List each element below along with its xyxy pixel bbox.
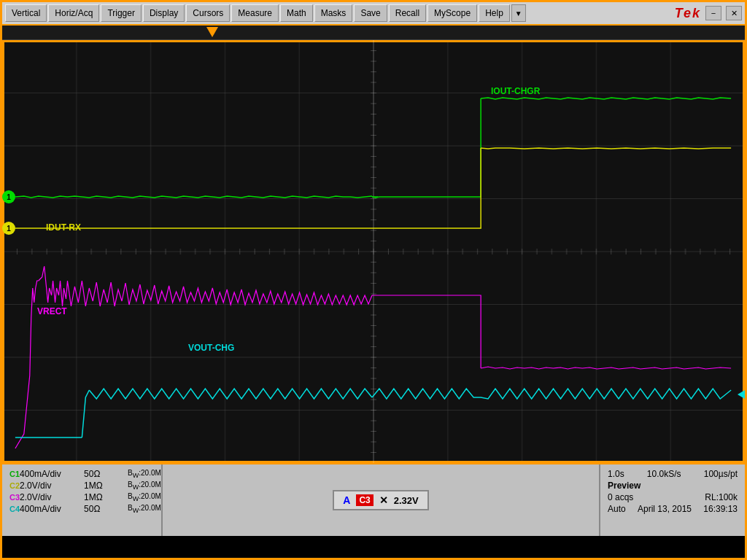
trigger-level: 2.32V [394, 495, 419, 506]
menu-arrow[interactable]: ▼ [511, 4, 526, 22]
myscope-button[interactable]: MyScope [427, 4, 477, 22]
vertical-button[interactable]: Vertical [5, 4, 47, 22]
trigger-display: A C3 ✕ 2.32V [333, 490, 428, 510]
waveform-svg [2, 40, 745, 463]
ch2-resistance: 1MΩ [84, 481, 128, 491]
status-bar: C1 400mA/div 50Ω BW:20.0M C2 2.0V/div 1M… [2, 463, 745, 536]
ch4-scale: 400mA/div [20, 504, 78, 514]
ch1-marker[interactable]: 1 [2, 190, 15, 203]
toolbar: Vertical Horiz/Acq Trigger Display Curso… [2, 2, 745, 26]
ch1-marker-label: 1 [7, 193, 11, 201]
time-div: 1.0s [608, 469, 624, 479]
ch3-label: C3 [9, 493, 20, 502]
center-status: A C3 ✕ 2.32V [163, 464, 599, 536]
trigger-button[interactable]: Trigger [101, 4, 142, 22]
tek-logo: Tek [675, 6, 701, 21]
ch1-scale: 400mA/div [20, 469, 78, 479]
ch4-resistance: 50Ω [84, 504, 128, 514]
display-button[interactable]: Display [143, 4, 185, 22]
measure-button[interactable]: Measure [231, 4, 279, 22]
ch1-resistance: 50Ω [84, 469, 128, 479]
recall-button[interactable]: Recall [389, 4, 426, 22]
ch1-bw: BW:20.0M [128, 469, 161, 479]
ch3-bw: BW:20.0M [128, 492, 161, 502]
help-button[interactable]: Help [479, 4, 510, 22]
acq-mode: Preview [608, 481, 640, 491]
scope-screen: 1 1 IOUT-CHGR IDUT-RX VRECT VOUT-CHG [2, 40, 745, 463]
right-status: 1.0s 10.0kS/s 100µs/pt Preview 0 acqs RL… [599, 464, 745, 536]
record-length: 100µs/pt [704, 469, 738, 479]
ch2-marker-label: 1 [7, 225, 11, 233]
ch3-scale: 2.0V/div [20, 492, 78, 502]
trigger-arrow-area [2, 26, 745, 40]
cursors-button[interactable]: Cursors [186, 4, 230, 22]
minimize-button[interactable]: − [705, 6, 721, 20]
save-button[interactable]: Save [354, 4, 387, 22]
acq-count: 0 acqs [608, 492, 633, 502]
channel-info-section: C1 400mA/div 50Ω BW:20.0M C2 2.0V/div 1M… [2, 464, 163, 536]
acq-auto: Auto [608, 504, 626, 514]
math-button[interactable]: Math [280, 4, 313, 22]
horiz-acq-button[interactable]: Horiz/Acq [48, 4, 99, 22]
ch1-label: C1 [9, 470, 20, 478]
ch4-right-arrow [738, 390, 745, 399]
ch2-bw: BW:20.0M [128, 481, 161, 491]
ch4-bw: BW:20.0M [128, 504, 161, 514]
rl: RL:100k [705, 492, 738, 502]
ch2-label: C2 [9, 481, 20, 490]
cursor-icon: ✕ [379, 494, 388, 506]
ch3-resistance: 1MΩ [84, 492, 128, 502]
masks-button[interactable]: Masks [314, 4, 353, 22]
close-button[interactable]: ✕ [726, 6, 742, 20]
acq-date: April 13, 2015 [638, 504, 692, 514]
ch2-marker[interactable]: 1 [2, 222, 15, 235]
ch4-label: C4 [9, 505, 20, 513]
trigger-source: C3 [356, 494, 373, 506]
sample-rate: 10.0kS/s [647, 469, 681, 479]
trigger-position-arrow [206, 27, 218, 37]
ch2-scale: 2.0V/div [20, 481, 78, 491]
acq-time: 16:39:13 [703, 504, 738, 514]
trigger-mode: A [343, 494, 350, 506]
